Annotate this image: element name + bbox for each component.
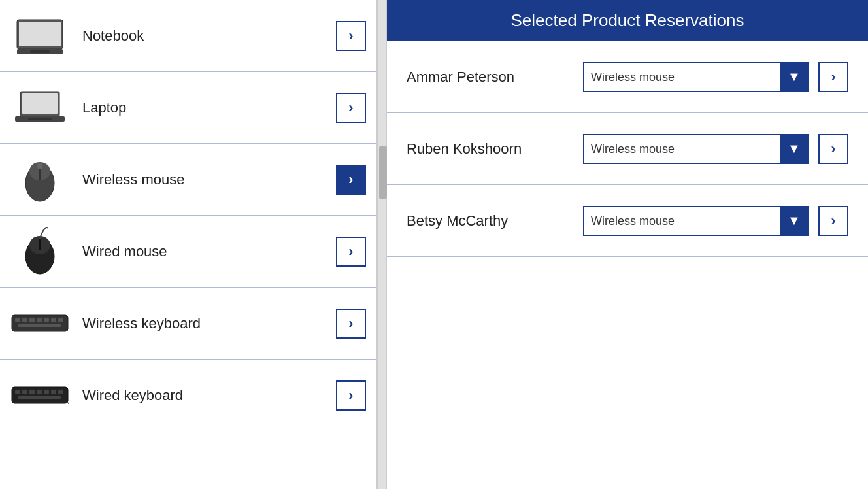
product-select-betsy[interactable]: Wireless mouse Wired mouse Wireless keyb…: [584, 207, 780, 235]
wired-keyboard-chevron-button[interactable]: ›: [336, 380, 366, 411]
reservation-row: Ammar Peterson Wireless mouse Wired mous…: [387, 41, 868, 113]
scrollbar-thumb[interactable]: [379, 146, 387, 199]
list-item[interactable]: Wireless keyboard ›: [0, 288, 376, 360]
product-name-notebook: Notebook: [82, 27, 329, 44]
svg-rect-21: [51, 318, 56, 322]
chevron-down-icon: ▼: [788, 69, 801, 84]
svg-rect-23: [18, 324, 61, 327]
svg-rect-17: [22, 318, 27, 322]
betsy-row-chevron-button[interactable]: ›: [818, 206, 848, 236]
wireless-mouse-chevron-button[interactable]: ›: [336, 165, 366, 195]
reservations-panel: Selected Product Reservations Ammar Pete…: [387, 0, 868, 489]
product-select-container-betsy: Wireless mouse Wired mouse Wireless keyb…: [583, 206, 809, 236]
notebook-icon: [10, 11, 69, 60]
product-name-wired-mouse: Wired mouse: [82, 243, 329, 260]
svg-rect-25: [15, 390, 20, 394]
ammar-row-chevron-button[interactable]: ›: [818, 62, 848, 92]
product-select-ruben[interactable]: Wireless mouse Wired mouse Wireless keyb…: [584, 135, 780, 163]
chevron-down-icon: ▼: [788, 213, 801, 228]
select-arrow-ruben: ▼: [780, 135, 808, 163]
svg-rect-18: [29, 318, 35, 322]
wireless-mouse-icon: [10, 155, 69, 204]
svg-rect-27: [29, 390, 35, 394]
chevron-down-icon: ▼: [788, 141, 801, 156]
wireless-keyboard-chevron-button[interactable]: ›: [336, 309, 366, 339]
svg-rect-1: [19, 22, 61, 46]
list-item[interactable]: Wired mouse ›: [0, 216, 376, 288]
reservation-row: Betsy McCarthy Wireless mouse Wired mous…: [387, 185, 868, 257]
chevron-right-icon: ›: [348, 243, 353, 260]
select-arrow-ammar: ▼: [780, 63, 808, 91]
chevron-right-icon: ›: [348, 171, 353, 188]
reservations-header: Selected Product Reservations: [387, 0, 868, 41]
reservation-row: Ruben Kokshoorn Wireless mouse Wired mou…: [387, 113, 868, 185]
chevron-right-icon: ›: [831, 69, 835, 86]
product-select-container-ammar: Wireless mouse Wired mouse Wireless keyb…: [583, 62, 809, 92]
svg-rect-22: [58, 318, 63, 322]
chevron-right-icon: ›: [348, 387, 353, 404]
product-select-wrapper-ruben: Wireless mouse Wired mouse Wireless keyb…: [583, 134, 848, 164]
svg-rect-29: [44, 390, 49, 394]
chevron-right-icon: ›: [831, 212, 835, 229]
person-name-ammar: Ammar Peterson: [407, 69, 583, 86]
product-select-wrapper-ammar: Wireless mouse Wired mouse Wireless keyb…: [583, 62, 848, 92]
wired-mouse-icon: [10, 227, 69, 276]
list-item[interactable]: Laptop ›: [0, 72, 376, 144]
wired-keyboard-icon: [10, 371, 69, 420]
select-arrow-betsy: ▼: [780, 207, 808, 235]
person-name-betsy: Betsy McCarthy: [407, 212, 583, 229]
reservations-title: Selected Product Reservations: [511, 10, 744, 30]
chevron-right-icon: ›: [348, 99, 353, 116]
scrollbar[interactable]: [378, 0, 387, 489]
svg-rect-5: [22, 93, 58, 114]
product-select-ammar[interactable]: Wireless mouse Wired mouse Wireless keyb…: [584, 63, 780, 91]
chevron-right-icon: ›: [831, 141, 835, 158]
wired-mouse-chevron-button[interactable]: ›: [336, 237, 366, 267]
product-name-wireless-keyboard: Wireless keyboard: [82, 315, 329, 332]
product-select-container-ruben: Wireless mouse Wired mouse Wireless keyb…: [583, 134, 809, 164]
svg-rect-16: [15, 318, 20, 322]
svg-rect-7: [28, 118, 52, 120]
svg-rect-3: [30, 50, 50, 53]
svg-rect-32: [18, 396, 61, 399]
laptop-icon: [10, 83, 69, 132]
person-name-ruben: Ruben Kokshoorn: [407, 141, 583, 158]
product-name-laptop: Laptop: [82, 99, 329, 116]
wireless-keyboard-icon: [10, 299, 69, 348]
svg-point-11: [37, 163, 42, 169]
svg-rect-31: [58, 390, 63, 394]
svg-rect-26: [22, 390, 27, 394]
svg-rect-30: [51, 390, 56, 394]
product-list: Notebook › Laptop ›: [0, 0, 378, 489]
svg-rect-24: [12, 387, 68, 403]
svg-rect-20: [44, 318, 49, 322]
product-name-wired-keyboard: Wired keyboard: [82, 387, 329, 404]
list-item[interactable]: Wired keyboard ›: [0, 360, 376, 431]
product-select-wrapper-betsy: Wireless mouse Wired mouse Wireless keyb…: [583, 206, 848, 236]
list-item[interactable]: Notebook ›: [0, 0, 376, 72]
svg-rect-19: [37, 318, 42, 322]
svg-rect-28: [37, 390, 42, 394]
laptop-chevron-button[interactable]: ›: [336, 93, 366, 123]
product-name-wireless-mouse: Wireless mouse: [82, 171, 329, 188]
ruben-row-chevron-button[interactable]: ›: [818, 134, 848, 164]
notebook-chevron-button[interactable]: ›: [336, 21, 366, 51]
chevron-right-icon: ›: [348, 27, 353, 44]
chevron-right-icon: ›: [348, 315, 353, 332]
list-item[interactable]: Wireless mouse ›: [0, 144, 376, 216]
svg-rect-15: [12, 315, 68, 331]
